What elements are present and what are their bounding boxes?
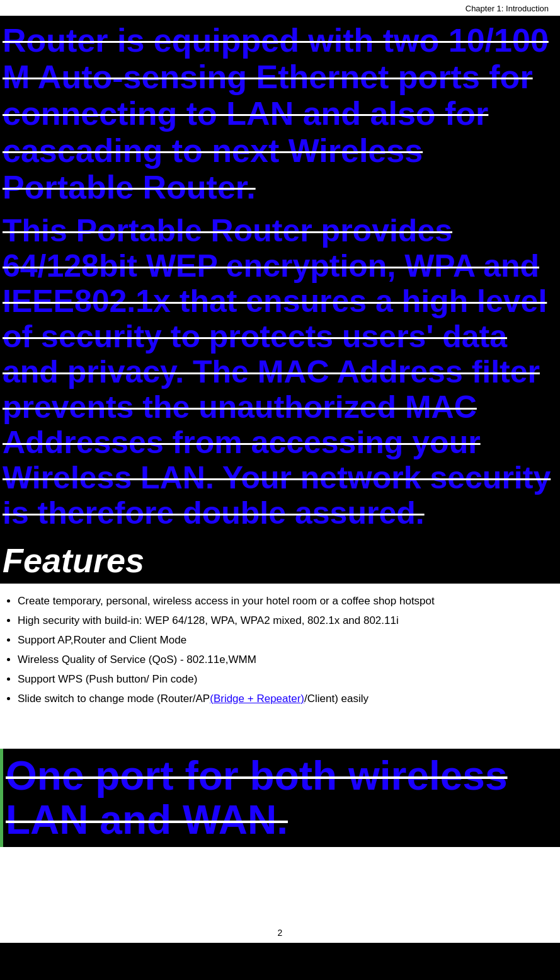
bridge-repeater-link[interactable]: (Bridge + Repeater) — [210, 693, 304, 705]
bottom-strikethrough-text: One port for both wireless LAN and WAN. — [6, 753, 508, 843]
features-heading: Features — [3, 541, 144, 579]
bullet-text-6-post: /Client) easily — [304, 693, 369, 705]
bullet-text-4: Wireless Quality of Service (QoS) - 802.… — [18, 654, 256, 666]
page-number: 2 — [0, 923, 560, 943]
strikethrough-paragraph-1: Router is equipped with two 10/100 M Aut… — [0, 16, 560, 210]
strikethrough-text-1: Router is equipped with two 10/100 M Aut… — [3, 22, 549, 205]
chapter-header: Chapter 1: Introduction — [0, 0, 560, 16]
bullet-text-5: Support WPS (Push button/ Pin code) — [18, 673, 197, 685]
bottom-white-area — [0, 847, 560, 923]
bottom-strikethrough-bar: One port for both wireless LAN and WAN. — [0, 749, 560, 848]
features-bullet-list: Create temporary, personal, wireless acc… — [18, 592, 554, 708]
features-heading-bar: Features — [0, 536, 560, 584]
list-item: High security with build-in: WEP 64/128,… — [18, 612, 554, 630]
strikethrough-paragraph-2: This Portable Router provides 64/128bit … — [0, 210, 560, 536]
features-list-section: Create temporary, personal, wireless acc… — [0, 584, 560, 718]
list-item: Support AP,Router and Client Mode — [18, 631, 554, 650]
list-item: Support WPS (Push button/ Pin code) — [18, 671, 554, 689]
list-item: Create temporary, personal, wireless acc… — [18, 592, 554, 611]
strikethrough-text-2: This Portable Router provides 64/128bit … — [3, 213, 551, 531]
list-item: Slide switch to change mode (Router/AP(B… — [18, 690, 554, 708]
list-item: Wireless Quality of Service (QoS) - 802.… — [18, 651, 554, 669]
bullet-text-2: High security with build-in: WEP 64/128,… — [18, 614, 399, 626]
bullet-text-6-pre: Slide switch to change mode (Router/AP — [18, 693, 210, 705]
bullet-text-1: Create temporary, personal, wireless acc… — [18, 595, 435, 607]
bullet-text-3: Support AP,Router and Client Mode — [18, 634, 186, 646]
spacer — [0, 718, 560, 749]
